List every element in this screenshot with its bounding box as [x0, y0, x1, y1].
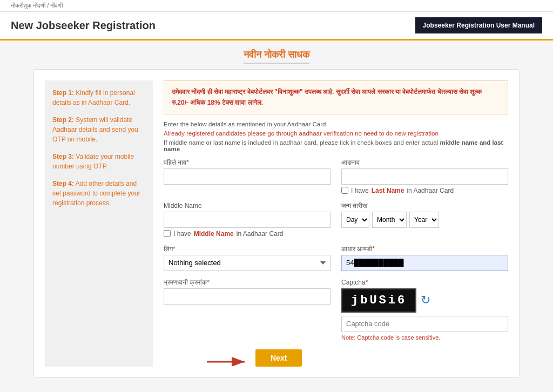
- gender-select-wrapper: Nothing selected Male Female Other: [164, 255, 331, 271]
- notice-text: उमेदवार नोंदणी ही सेवा महाराष्ट्र वेबपोर…: [172, 88, 482, 106]
- dob-label: जन्म तारीख: [341, 202, 508, 209]
- dob-selects: Day Month Year: [341, 212, 508, 228]
- dob-day-select[interactable]: Day: [341, 212, 369, 228]
- form-area: उमेदवार नोंदणी ही सेवा महाराष्ट्र वेबपोर…: [164, 80, 508, 367]
- last-name-group: आडनाव I have Last Name in Aadhaar Card: [341, 159, 508, 194]
- aadhaar-group: आधार आयडी*: [341, 245, 508, 271]
- breadcrumb-separator: /: [47, 2, 49, 9]
- last-name-checkbox-row: I have Last Name in Aadhaar Card: [341, 187, 508, 194]
- name-row: पहिले नाव* आडनाव I have Last Name in Aad…: [164, 159, 508, 194]
- first-name-label: पहिले नाव*: [164, 159, 331, 166]
- red-arrow-icon: [207, 350, 250, 366]
- last-name-input[interactable]: [341, 168, 508, 185]
- middle-name-input[interactable]: [164, 212, 331, 228]
- header: New Jobseeker Registration Jobseeker Reg…: [0, 12, 553, 40]
- gender-label: लिंग*: [164, 245, 331, 253]
- captcha-image-area: jbUSi6 ↻: [341, 288, 508, 313]
- page-title: New Jobseeker Registration: [11, 19, 156, 32]
- aadhaar-label: आधार आयडी*: [341, 245, 508, 253]
- middle-name-label: Middle Name: [164, 202, 331, 209]
- step3-label: Step 3:: [52, 153, 74, 160]
- dob-year-select[interactable]: Year: [409, 212, 439, 228]
- info-line2: Already registered candidates please go …: [164, 130, 508, 137]
- last-name-checkbox-suf: in Aadhaar Card: [407, 187, 454, 194]
- notice-box: उमेदवार नोंदणी ही सेवा महाराष्ट्र वेबपोर…: [164, 80, 508, 114]
- last-name-checkbox[interactable]: [341, 187, 348, 194]
- employment-input[interactable]: [164, 288, 331, 305]
- middle-name-checkbox[interactable]: [164, 230, 171, 237]
- sidebar-step2: Step 2: System will validate Aadhaar det…: [52, 115, 145, 144]
- sidebar-step4: Step 4: Add other details and set passwo…: [52, 179, 145, 208]
- next-button[interactable]: Next: [255, 349, 302, 367]
- captcha-label: Captcha*: [341, 279, 508, 286]
- next-row: Next: [164, 349, 508, 367]
- last-name-label: आडनाव: [341, 159, 508, 166]
- captcha-code-input[interactable]: [341, 316, 508, 332]
- step1-label: Step 1:: [52, 89, 74, 97]
- last-name-link[interactable]: Last Name: [372, 187, 404, 194]
- gender-select[interactable]: Nothing selected Male Female Other: [164, 255, 331, 271]
- aadhaar-input[interactable]: [341, 255, 508, 271]
- sidebar-step1: Step 1: Kindly fill in personal details …: [52, 88, 145, 107]
- dob-month-select[interactable]: Month: [372, 212, 407, 228]
- first-name-group: पहिले नाव*: [164, 159, 331, 194]
- breadcrumb: नोकरीशुक नोंदणी / नोंदणी: [0, 0, 553, 12]
- dob-group: जन्म तारीख Day Month Year: [341, 202, 508, 238]
- page-heading-bar: नवीन नोकरी साधक: [0, 40, 553, 69]
- middle-dob-row: Middle Name I have Middle Name in Aadhaa…: [164, 202, 508, 238]
- breadcrumb-item1: नोकरीशुक नोंदणी: [11, 2, 45, 9]
- breadcrumb-item2: नोंदणी: [50, 2, 63, 9]
- page-heading-marathi: नवीन नोकरी साधक: [244, 49, 309, 64]
- step2-label: Step 2:: [52, 116, 74, 124]
- captcha-note: Note: Captcha code is case sensitive.: [341, 334, 508, 341]
- first-name-input[interactable]: [164, 168, 331, 185]
- middle-name-checkbox-row: I have Middle Name in Aadhaar Card: [164, 230, 331, 238]
- sidebar: Step 1: Kindly fill in personal details …: [45, 80, 153, 367]
- captcha-image: jbUSi6: [341, 288, 416, 313]
- middle-name-checkbox-pre: I have: [173, 230, 191, 238]
- middle-name-checkbox-suf: in Aadhaar Card: [237, 230, 284, 238]
- gender-group: लिंग* Nothing selected Male Female Other: [164, 245, 331, 271]
- employment-captcha-row: भ्रमणध्वनी क्रमांक* Captcha* jbUSi6 ↻ No…: [164, 279, 508, 341]
- user-manual-button[interactable]: Jobseeker Registration User Manual: [415, 17, 542, 33]
- gender-aadhaar-row: लिंग* Nothing selected Male Female Other…: [164, 245, 508, 271]
- info-line3-pre: If middle name or last name is included …: [164, 139, 438, 146]
- captcha-group: Captcha* jbUSi6 ↻ Note: Captcha code is …: [341, 279, 508, 341]
- refresh-captcha-icon[interactable]: ↻: [421, 293, 430, 307]
- sidebar-step3: Step 3: Validate your mobile number usin…: [52, 152, 145, 171]
- step4-label: Step 4:: [52, 180, 74, 187]
- employment-label: भ्रमणध्वनी क्रमांक*: [164, 279, 331, 286]
- last-name-checkbox-pre: I have: [351, 187, 369, 194]
- employment-group: भ्रमणध्वनी क्रमांक*: [164, 279, 331, 341]
- info-line1: Enter the below details as mentioned in …: [164, 121, 508, 127]
- main-container: Step 1: Kindly fill in personal details …: [33, 69, 520, 378]
- middle-name-group: Middle Name I have Middle Name in Aadhaa…: [164, 202, 331, 238]
- info-line3: If middle name or last name is included …: [164, 139, 508, 152]
- middle-name-link[interactable]: Middle Name: [194, 230, 234, 238]
